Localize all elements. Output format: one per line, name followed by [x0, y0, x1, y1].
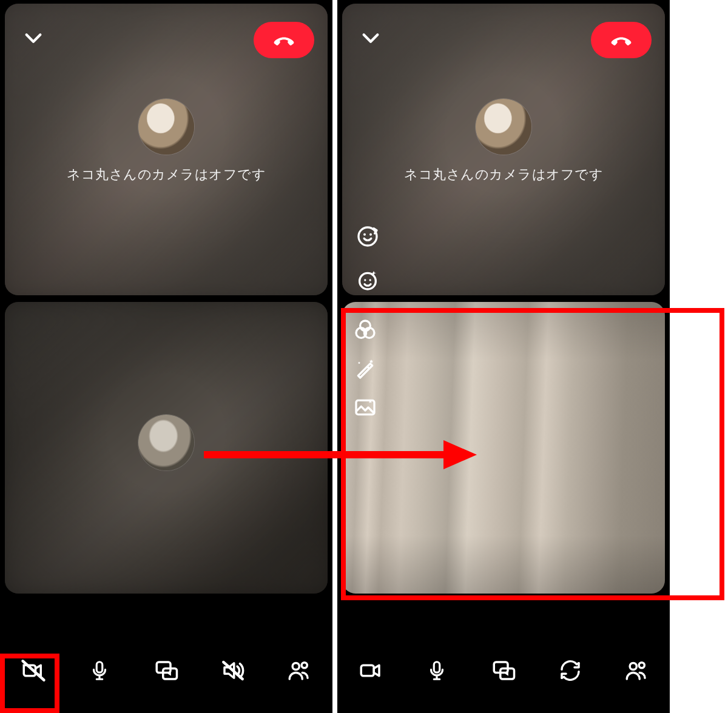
self-avatar-block — [138, 415, 194, 481]
svg-point-5 — [359, 227, 377, 246]
phone-divider — [332, 0, 337, 713]
svg-point-6 — [363, 233, 366, 236]
participants-button[interactable] — [285, 656, 314, 685]
call-topbar — [342, 18, 665, 55]
share-media-button[interactable] — [152, 656, 181, 685]
hangup-icon — [271, 27, 297, 53]
svg-rect-16 — [434, 662, 440, 672]
svg-point-4 — [302, 663, 307, 668]
call-toolbar — [337, 656, 670, 685]
effects-rail-bottom — [353, 318, 377, 420]
call-topbar — [5, 18, 328, 55]
svg-point-7 — [369, 233, 372, 236]
remote-avatar — [138, 99, 194, 155]
remote-avatar-block: ネコ丸さんのカメラはオフです — [67, 99, 266, 184]
chevron-down-icon — [360, 28, 381, 49]
chevron-down-icon — [23, 28, 44, 49]
mic-icon — [425, 659, 448, 682]
camera-toggle-button[interactable] — [19, 656, 48, 685]
swap-camera-button[interactable] — [556, 656, 585, 685]
end-call-button[interactable] — [254, 22, 314, 58]
share-media-icon — [491, 658, 516, 683]
face-sticker-icon — [356, 224, 380, 249]
svg-rect-0 — [97, 662, 103, 672]
background-image-icon — [353, 395, 377, 420]
self-video-panel — [5, 302, 328, 594]
face-sticker-button[interactable] — [353, 222, 382, 251]
participants-icon — [624, 658, 649, 683]
speaker-mute-icon — [220, 658, 246, 683]
remote-camera-off-text: ネコ丸さんのカメラはオフです — [67, 166, 266, 184]
camera-off-icon — [21, 658, 46, 683]
end-call-button[interactable] — [591, 22, 652, 58]
mic-toggle-button[interactable] — [422, 656, 451, 685]
share-media-icon — [153, 658, 179, 683]
svg-point-9 — [364, 279, 366, 281]
color-filter-button[interactable] — [353, 318, 377, 342]
camera-on-icon — [358, 658, 383, 683]
comparison-canvas: ネコ丸さんのカメラはオフです — [0, 0, 728, 713]
effects-rail-top — [353, 222, 382, 295]
participants-icon — [286, 658, 312, 683]
phone-screen-right: ネコ丸さんのカメラはオフです — [337, 0, 670, 713]
remote-video-panel: ネコ丸さんのカメラはオフです — [342, 4, 665, 295]
camera-toggle-button[interactable] — [356, 656, 385, 685]
call-toolbar — [0, 656, 332, 685]
share-media-button[interactable] — [489, 656, 518, 685]
mic-icon — [88, 659, 111, 682]
self-avatar — [138, 415, 194, 470]
svg-rect-15 — [361, 665, 374, 676]
self-camera-feed — [342, 302, 665, 594]
phone-screen-left: ネコ丸さんのカメラはオフです — [0, 0, 332, 713]
remote-video-panel: ネコ丸さんのカメラはオフです — [5, 4, 328, 295]
magic-wand-button[interactable] — [353, 356, 377, 381]
emoji-sparkle-button[interactable] — [353, 266, 382, 295]
mic-toggle-button[interactable] — [85, 656, 114, 685]
color-filter-icon — [353, 318, 377, 342]
remote-camera-off-text: ネコ丸さんのカメラはオフです — [404, 166, 603, 184]
svg-point-8 — [360, 273, 376, 289]
swap-camera-icon — [558, 658, 583, 683]
hangup-icon — [608, 27, 635, 53]
remote-avatar — [476, 99, 531, 155]
minimize-button[interactable] — [357, 24, 385, 52]
svg-point-3 — [292, 663, 299, 669]
magic-wand-icon — [353, 356, 377, 381]
svg-point-19 — [630, 663, 636, 669]
speaker-toggle-button[interactable] — [218, 656, 248, 685]
svg-point-10 — [369, 279, 371, 281]
remote-avatar-block: ネコ丸さんのカメラはオフです — [404, 99, 603, 184]
emoji-sparkle-icon — [356, 268, 380, 292]
svg-point-20 — [639, 663, 644, 668]
participants-button[interactable] — [622, 656, 651, 685]
background-image-button[interactable] — [353, 395, 377, 420]
self-video-panel — [342, 302, 665, 594]
minimize-button[interactable] — [19, 24, 47, 52]
